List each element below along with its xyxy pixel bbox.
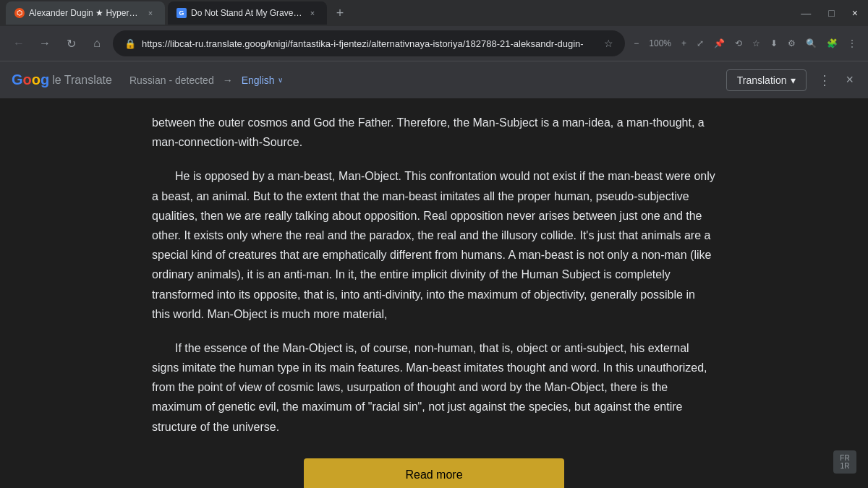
- pin-icon[interactable]: 📌: [711, 38, 728, 48]
- lock-icon: 🔒: [124, 38, 136, 49]
- lang-arrow-icon: →: [223, 74, 233, 86]
- tab-2[interactable]: G Do Not Stand At My Grave An... ×: [168, 1, 327, 25]
- forward-button[interactable]: →: [35, 33, 55, 53]
- more-icon[interactable]: ⋮: [845, 38, 859, 48]
- nav-right-controls: − 100% + ⤢ 📌 ⟲ ☆ ⬇ ⚙ 🔍 🧩 ⋮: [631, 38, 859, 48]
- zoom-plus[interactable]: +: [678, 38, 689, 48]
- tab-1-close[interactable]: ×: [145, 7, 156, 19]
- expand-icon[interactable]: ⤢: [694, 38, 707, 48]
- zoom-minus[interactable]: −: [631, 38, 642, 48]
- read-more-button[interactable]: Read more: [304, 458, 564, 488]
- article-paragraph-2: He is opposed by a man-beast, Man-Object…: [152, 166, 716, 324]
- title-bar: ⬡ Alexander Dugin ★ Hyperbore... × G Do …: [0, 0, 868, 26]
- tab-2-close[interactable]: ×: [307, 7, 318, 19]
- content-area: between the outer cosmos and God the Fat…: [0, 98, 868, 488]
- target-language-label: English: [242, 74, 275, 86]
- tab-1-favicon: ⬡: [14, 8, 25, 18]
- window-controls: — □ ×: [796, 6, 862, 20]
- navigation-bar: ← → ↻ ⌂ 🔒 https://libcat-ru.translate.go…: [0, 26, 868, 61]
- settings-icon[interactable]: ⚙: [785, 38, 799, 48]
- history-icon[interactable]: ⟲: [732, 38, 745, 48]
- article-paragraph-3: If the essence of the Man-Object is, of …: [152, 338, 716, 437]
- fr-badge-line2: 1R: [841, 462, 850, 470]
- url-display: https://libcat-ru.translate.goog/knigi/f…: [142, 38, 598, 49]
- zoom-level: 100%: [646, 38, 674, 48]
- article-body: between the outer cosmos and God the Fat…: [152, 113, 716, 437]
- source-language: Russian - detected: [129, 74, 214, 86]
- back-icon: ←: [13, 37, 25, 50]
- fr-badge-line1: FR: [840, 454, 849, 462]
- reload-button[interactable]: ↻: [61, 33, 81, 53]
- home-icon: ⌂: [93, 37, 101, 50]
- bookmark-icon[interactable]: ☆: [604, 38, 613, 49]
- translate-more-button[interactable]: ⋮: [812, 69, 837, 91]
- translation-button[interactable]: Translation ▾: [726, 69, 807, 91]
- maximize-button[interactable]: □: [824, 6, 838, 20]
- minimize-button[interactable]: —: [796, 6, 815, 20]
- translate-label: le Translate: [52, 74, 112, 87]
- lang-chevron-icon: ∨: [278, 76, 283, 84]
- read-more-section: Read more 1...18192021222324...36: [152, 458, 716, 488]
- new-tab-button[interactable]: +: [330, 3, 350, 23]
- profile-icon[interactable]: ☆: [749, 38, 763, 48]
- back-button[interactable]: ←: [9, 33, 29, 53]
- translation-button-chevron: ▾: [791, 74, 796, 86]
- forward-icon: →: [39, 37, 51, 50]
- download-icon[interactable]: ⬇: [767, 38, 780, 48]
- close-translate-button[interactable]: ×: [843, 69, 856, 90]
- home-button[interactable]: ⌂: [87, 33, 107, 53]
- google-g-logo: Goog: [12, 72, 49, 88]
- google-translate-logo: Goog le Translate: [12, 72, 112, 88]
- extensions-icon[interactable]: 🧩: [824, 38, 841, 48]
- tab-1-title: Alexander Dugin ★ Hyperbore...: [29, 8, 140, 18]
- fr-badge[interactable]: FR 1R: [833, 450, 856, 474]
- language-pair: Russian - detected → English ∨: [129, 74, 283, 86]
- close-button[interactable]: ×: [848, 6, 862, 20]
- reload-icon: ↻: [67, 37, 76, 51]
- translate-toolbar: Goog le Translate Russian - detected → E…: [0, 61, 868, 98]
- content-scroll: between the outer cosmos and God the Fat…: [109, 98, 760, 488]
- tab-1[interactable]: ⬡ Alexander Dugin ★ Hyperbore... ×: [6, 1, 165, 25]
- target-language-selector[interactable]: English ∨: [242, 74, 283, 86]
- article-paragraph-1: between the outer cosmos and God the Fat…: [152, 113, 716, 152]
- tab-2-title: Do Not Stand At My Grave An...: [191, 8, 302, 18]
- address-bar[interactable]: 🔒 https://libcat-ru.translate.goog/knigi…: [113, 30, 625, 56]
- search-icon[interactable]: 🔍: [803, 38, 820, 48]
- translate-right-controls: Translation ▾ ⋮ ×: [726, 69, 856, 91]
- translation-button-label: Translation: [737, 74, 787, 86]
- tab-2-favicon: G: [176, 8, 187, 18]
